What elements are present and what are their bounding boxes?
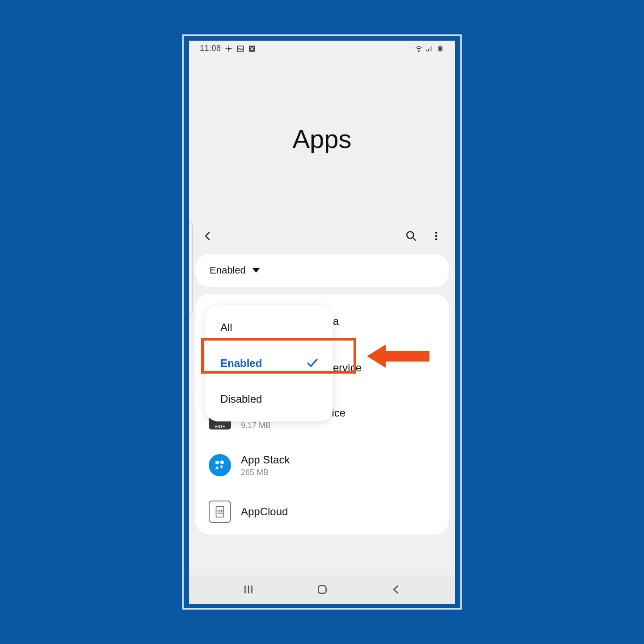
svg-rect-18	[215, 461, 219, 464]
svg-point-25	[217, 512, 219, 514]
image-icon	[236, 45, 244, 53]
svg-point-24	[221, 510, 223, 511]
nav-back-button[interactable]	[390, 583, 402, 596]
svg-point-19	[220, 461, 224, 464]
close-box-icon	[248, 45, 256, 53]
list-item[interactable]: App Stack 265 MB	[195, 442, 449, 489]
filter-option-label: Enabled	[220, 357, 262, 370]
svg-marker-20	[215, 466, 219, 469]
toolbar	[189, 230, 455, 254]
status-bar: 11:08	[189, 41, 455, 57]
app-name-partial: ervice	[333, 362, 362, 374]
filter-popup: All Enabled Disabled	[205, 305, 333, 421]
svg-point-14	[435, 238, 437, 240]
svg-point-23	[219, 510, 220, 511]
svg-point-22	[217, 510, 219, 511]
search-button[interactable]	[405, 230, 417, 242]
svg-point-27	[221, 512, 223, 514]
app-size: 9.17 MB	[241, 421, 345, 430]
appcloud-icon	[209, 501, 231, 523]
svg-point-13	[435, 235, 437, 236]
filter-option-enabled[interactable]: Enabled	[205, 345, 333, 381]
pinwheel-icon	[225, 45, 233, 53]
nav-recents-button[interactable]	[242, 583, 255, 596]
status-right	[415, 45, 444, 53]
filter-option-label: Disabled	[220, 393, 262, 405]
filter-option-label: All	[220, 321, 232, 334]
page-title: Apps	[189, 124, 455, 154]
wifi-icon	[415, 45, 423, 53]
scroll-handle[interactable]	[189, 221, 193, 315]
filter-option-disabled[interactable]: Disabled	[205, 381, 333, 417]
svg-rect-6	[429, 47, 430, 51]
filter-selected-label: Enabled	[210, 265, 246, 276]
navigation-bar	[189, 575, 455, 604]
filter-dropdown[interactable]: Enabled	[195, 254, 449, 287]
svg-point-26	[219, 512, 220, 514]
svg-point-3	[418, 51, 419, 52]
svg-rect-7	[431, 46, 432, 51]
battery-icon	[436, 45, 444, 53]
status-left: 11:08	[200, 44, 256, 53]
app-stack-icon	[209, 454, 231, 476]
svg-point-0	[228, 48, 229, 49]
app-name: App Stack	[241, 454, 290, 466]
status-time: 11:08	[200, 44, 221, 53]
chevron-down-icon	[252, 268, 260, 273]
check-icon	[306, 358, 318, 369]
app-name-partial: a	[333, 315, 339, 328]
list-item[interactable]: AppCloud	[195, 489, 449, 526]
nav-home-button[interactable]	[316, 583, 328, 596]
filter-option-all[interactable]: All	[205, 310, 333, 345]
tutorial-frame: 11:08	[182, 34, 462, 610]
svg-rect-29	[318, 585, 326, 593]
more-options-button[interactable]	[430, 230, 442, 242]
app-name: AppCloud	[241, 505, 288, 518]
phone-screen: 11:08	[189, 41, 455, 604]
svg-rect-10	[439, 47, 442, 51]
svg-rect-5	[428, 49, 429, 51]
svg-point-12	[435, 232, 437, 233]
svg-rect-9	[439, 46, 441, 46]
back-button[interactable]	[202, 230, 214, 242]
svg-rect-4	[426, 50, 427, 51]
signal-icon	[425, 45, 434, 53]
app-size: 265 MB	[241, 468, 290, 477]
